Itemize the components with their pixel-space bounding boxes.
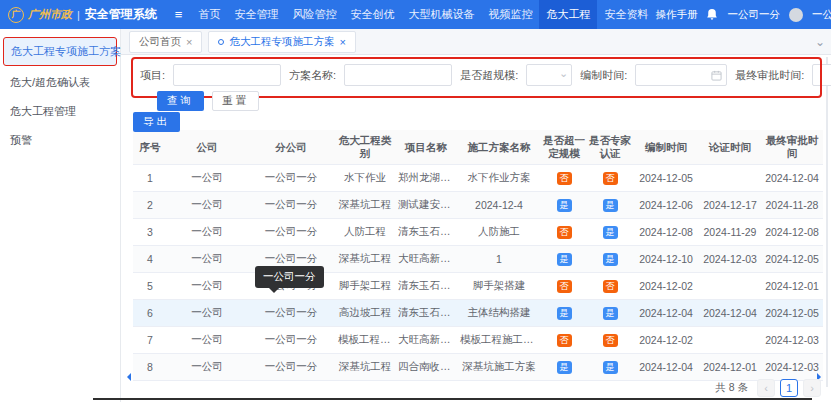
- close-icon[interactable]: ×: [186, 36, 192, 48]
- table-cell: 一公司一分: [247, 300, 335, 327]
- column-header: 施工方案名称: [457, 130, 541, 165]
- nav-item-video-monitor[interactable]: 视频监控: [481, 0, 539, 29]
- table-cell: 2024-11-28: [761, 192, 823, 219]
- table-cell: 是: [541, 354, 587, 381]
- table-cell: 2024-12-03: [761, 327, 823, 354]
- nav-item-home[interactable]: 首页: [191, 0, 227, 29]
- table-cell: 深基坑工程: [335, 192, 395, 219]
- logo-divider: |: [77, 9, 80, 21]
- final-approval-time-input[interactable]: [812, 64, 831, 86]
- tab-company-home[interactable]: 公司首页 ×: [129, 31, 202, 53]
- collapse-menu-icon[interactable]: ≡: [175, 7, 183, 22]
- prev-page-button[interactable]: ‹: [757, 379, 775, 397]
- table-cell: 清东玉石中...: [395, 219, 457, 246]
- table-cell: 一公司一分: [247, 192, 335, 219]
- tab-label: 危大工程专项施工方案: [229, 35, 334, 49]
- table-cell: [699, 327, 761, 354]
- table-cell: 2024-12-02: [633, 273, 699, 300]
- nav-item-large-machinery[interactable]: 大型机械设备: [401, 0, 481, 29]
- next-page-button[interactable]: ›: [803, 379, 821, 397]
- column-header: 公司: [167, 130, 247, 165]
- table-cell: 2024-12-01: [761, 273, 823, 300]
- data-table: 序号公司分公司危大工程类别项目名称施工方案名称是否超一定规模是否专家认证编制时间…: [133, 130, 823, 381]
- export-button[interactable]: 导出: [133, 112, 180, 132]
- org-selector[interactable]: 一公司一分: [727, 8, 780, 22]
- table-cell: 一公司: [167, 327, 247, 354]
- close-icon[interactable]: ×: [339, 36, 345, 48]
- hscroll-left-indicator[interactable]: [127, 373, 131, 381]
- over-scale-select[interactable]: ⌄: [526, 64, 572, 86]
- nav-item-risk-control[interactable]: 风险管控: [285, 0, 343, 29]
- plan-name-input[interactable]: [344, 64, 452, 86]
- table-cell: [699, 273, 761, 300]
- table-row[interactable]: 1一公司一公司一分水下作业郑州龙湖金...水下作业方案否否2024-12-052…: [133, 165, 823, 192]
- navbar-right: 操作手册 一公司一分 一公司一分安全部: [655, 8, 831, 22]
- nav-item-dangerous-projects[interactable]: 危大工程: [539, 0, 597, 29]
- table-cell: 清东玉石中...: [395, 273, 457, 300]
- table-cell: 一公司一分: [247, 327, 335, 354]
- table-cell: 人防工程: [335, 219, 395, 246]
- table-cell: 7: [133, 327, 167, 354]
- table-cell: 2024-12-05: [761, 246, 823, 273]
- page-number-button[interactable]: 1: [780, 379, 798, 397]
- table-cell: 是: [541, 246, 587, 273]
- plan-name-label: 方案名称:: [289, 68, 336, 83]
- table-cell: 8: [133, 354, 167, 381]
- table-cell: 否: [587, 165, 633, 192]
- table-cell: 一公司一分: [247, 165, 335, 192]
- table-cell: 是: [587, 192, 633, 219]
- notification-bell-icon[interactable]: [706, 8, 718, 21]
- table-row[interactable]: 7一公司一公司一分模板工程及支...大旺高新区...模板工程施工方案否否2024…: [133, 327, 823, 354]
- column-header: 序号: [133, 130, 167, 165]
- user-avatar[interactable]: [789, 8, 803, 22]
- tab-list-chevron-icon[interactable]: ⌄: [815, 35, 825, 49]
- table-cell: 2024-12-08: [761, 219, 823, 246]
- table-cell: 一公司: [167, 246, 247, 273]
- table-cell: 是: [587, 246, 633, 273]
- column-header: 是否专家认证: [587, 130, 633, 165]
- table-cell: 是: [587, 354, 633, 381]
- table-row[interactable]: 8一公司一公司一分深基坑工程四合南收费...深基坑施工方案是是2024-12-0…: [133, 354, 823, 381]
- calendar-icon: [711, 70, 722, 81]
- main-content: 公司首页 × 危大工程专项施工方案 × ⌄ 项目: 方案名称: 是否超规模: ⌄…: [121, 29, 831, 402]
- sidebar-item-confirmation-form[interactable]: 危大/超危确认表: [0, 68, 120, 97]
- table-cell: 2: [133, 192, 167, 219]
- table-cell: 一公司: [167, 192, 247, 219]
- nav-item-safety-excellence[interactable]: 安全创优: [343, 0, 401, 29]
- table-cell: 模板工程施工方案: [457, 327, 541, 354]
- tab-status-dot-icon: [218, 39, 224, 45]
- tab-special-construction-plan[interactable]: 危大工程专项施工方案 ×: [208, 31, 355, 53]
- vertical-scrollbar[interactable]: [826, 57, 828, 387]
- table-cell: 2024-12-04: [633, 300, 699, 327]
- table-cell: 主体结构搭建: [457, 300, 541, 327]
- table-row[interactable]: 3一公司一公司一分人防工程清东玉石中...人防施工否是2024-12-08202…: [133, 219, 823, 246]
- table-cell: 一公司一分: [247, 219, 335, 246]
- table-cell: 否: [541, 165, 587, 192]
- logo-emblem-icon: 广: [8, 7, 24, 23]
- table-cell: [699, 165, 761, 192]
- table-cell: 5: [133, 273, 167, 300]
- sidebar-item-early-warning[interactable]: 预警: [0, 126, 120, 155]
- search-buttons: 查询 重置: [157, 91, 259, 111]
- manual-link[interactable]: 操作手册: [655, 8, 697, 22]
- table-row[interactable]: 6一公司一公司一分高边坡工程清东玉石中...主体结构搭建是是2024-12-04…: [133, 300, 823, 327]
- compile-time-input[interactable]: [635, 64, 727, 86]
- table-row[interactable]: 5一公司一公司一分脚手架工程清东玉石中...脚手架搭建否否2024-12-022…: [133, 273, 823, 300]
- table-cell: 水下作业: [335, 165, 395, 192]
- badge-no: 否: [603, 172, 618, 185]
- table-row[interactable]: 4一公司一公司一分深基坑工程大旺高新区...1是是2024-12-102024-…: [133, 246, 823, 273]
- table-cell: 深基坑施工方案: [457, 354, 541, 381]
- table-cell: 否: [541, 327, 587, 354]
- table-cell: 6: [133, 300, 167, 327]
- nav-item-safety-docs[interactable]: 安全资料: [597, 0, 655, 29]
- table-cell: 是: [587, 300, 633, 327]
- project-input[interactable]: [173, 64, 281, 86]
- query-button[interactable]: 查询: [157, 91, 204, 111]
- sidebar-item-special-construction-plan[interactable]: 危大工程专项施工方案: [3, 37, 117, 66]
- table-cell: 大旺高新区...: [395, 327, 457, 354]
- reset-button[interactable]: 重置: [212, 91, 259, 111]
- sidebar-item-project-management[interactable]: 危大工程管理: [0, 97, 120, 126]
- nav-item-safety-mgmt[interactable]: 安全管理: [227, 0, 285, 29]
- user-name[interactable]: 一公司一分安全部: [812, 8, 831, 22]
- table-row[interactable]: 2一公司一公司一分深基坑工程测试建安易...2024-12-4是是2024-12…: [133, 192, 823, 219]
